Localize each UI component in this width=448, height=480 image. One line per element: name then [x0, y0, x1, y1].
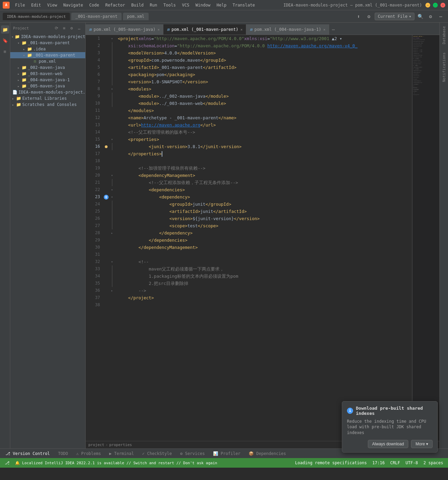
tree-item-label: _001-maven-parent — [28, 40, 70, 45]
options-icon[interactable]: ⚙ — [68, 25, 75, 32]
sidebar-more-icon[interactable]: … — [76, 25, 83, 32]
project-view-icon[interactable]: 📁 — [1, 25, 9, 34]
line-num-32: 32 — [86, 258, 100, 265]
settings-icon[interactable]: ⚙ — [364, 12, 373, 21]
minimize-button[interactable]: − — [425, 3, 430, 8]
checkstyle-tab[interactable]: ✓ CheckStyle — [139, 451, 175, 457]
tree-item-003[interactable]: ▸ 📁 _003-maven-web — [10, 71, 85, 77]
database-tab[interactable]: Database — [440, 23, 448, 48]
editor-tab-001[interactable]: m pom.xml (_001-maven-parent) × — [163, 24, 246, 35]
tree-item-001-inner[interactable]: ▾ 📁 _001-maven-parent — [10, 52, 85, 58]
menu-translate[interactable]: Translate — [230, 2, 258, 8]
menu-help[interactable]: Help — [214, 2, 229, 8]
tree-item-005[interactable]: ▸ 📁 _005-maven-java — [10, 83, 85, 89]
todo-tab[interactable]: TODO — [55, 451, 71, 457]
dependencies-tab[interactable]: 📦 Dependencies — [246, 451, 289, 457]
collapse-icon[interactable]: ≡ — [61, 25, 67, 32]
search-icon[interactable]: 🔍 — [416, 12, 425, 21]
status-encoding[interactable]: UTF-8 — [403, 458, 420, 468]
menu-window[interactable]: Window — [193, 2, 213, 8]
fold-36[interactable]: ▸ — [110, 287, 114, 294]
fold-15[interactable]: ▾ — [110, 136, 114, 143]
services-tab[interactable]: ⚙ Services — [177, 451, 208, 457]
line-num-13: 13 — [86, 121, 100, 129]
tree-item-004[interactable]: ▸ 📁 _004-maven-java-1 — [10, 77, 85, 83]
editor-tab-004[interactable]: m pom.xml (_004-maven-java-1) × — [246, 24, 329, 35]
tab-close-icon[interactable]: × — [240, 27, 243, 32]
fold-23[interactable]: ▾ — [110, 193, 114, 201]
menu-build[interactable]: Build — [128, 2, 146, 8]
breadcrumb-project[interactable]: project — [88, 443, 104, 447]
tree-item-ext-libs[interactable]: ▸ 📁 External Libraries — [10, 95, 85, 101]
always-download-button[interactable]: Always download — [368, 440, 409, 448]
fold-25 — [110, 208, 114, 215]
more-tabs-icon[interactable]: ⋯ — [329, 24, 337, 35]
code-line-5: <artifactId>_001-maven-parent</artifactI… — [118, 64, 409, 71]
more-button[interactable]: More ▾ — [411, 440, 433, 448]
maximize-button[interactable]: □ — [433, 3, 438, 8]
version-control-tab[interactable]: ⎇ Version Control — [3, 451, 53, 457]
menu-edit[interactable]: Edit — [28, 2, 44, 8]
menu-file[interactable]: File — [12, 2, 28, 8]
gutter-3 — [103, 49, 110, 57]
line-num-10: 10 — [86, 100, 100, 107]
tab-label: pom.xml (_005-maven-java) — [94, 27, 155, 32]
fold-11[interactable] — [110, 107, 114, 114]
problems-tab[interactable]: ⚠ Problems — [74, 451, 104, 457]
gutter-10 — [103, 100, 110, 107]
breadcrumb-tab[interactable]: _001-maven-parent — [71, 13, 122, 20]
bookmarks-icon[interactable]: 🔖 — [1, 36, 9, 45]
profiler-tab[interactable]: 📊 Profiler — [210, 451, 243, 457]
tree-item-label: _001-maven-parent — [33, 53, 75, 58]
menu-tools[interactable]: Tools — [161, 2, 178, 8]
code-area[interactable]: <project xmlns="http://maven.apache.org/… — [114, 35, 412, 441]
editor-tab-005[interactable]: m pom.xml (_005-maven-java) × — [86, 24, 163, 35]
project-tab[interactable]: IDEA-maven-modules-project — [3, 13, 70, 20]
code-line-27: <scope>test</scope> — [118, 222, 409, 229]
code-line-33: maven父工程必须遵循一下两点要求， — [118, 265, 409, 273]
notifications-tab[interactable]: Notifications — [440, 49, 448, 85]
git-icon[interactable]: ⬆ — [354, 12, 363, 21]
fold-26 — [110, 215, 114, 222]
breadcrumb-properties[interactable]: properties — [109, 443, 132, 447]
status-line-sep[interactable]: CRLF — [388, 458, 402, 468]
fold-20[interactable]: ▾ — [110, 172, 114, 179]
menu-run[interactable]: Run — [147, 2, 160, 8]
status-vcs-icon[interactable]: ⎇ — [3, 458, 12, 468]
tree-root[interactable]: ▾ 📁 IDEA-maven-modules-project — [10, 34, 85, 40]
gutter-38 — [103, 301, 110, 309]
terminal-tab[interactable]: ▶ Terminal — [107, 451, 137, 457]
code-line-11: </modules> — [118, 107, 409, 114]
more-options-icon[interactable]: ⋯ — [436, 12, 445, 21]
tree-item-002[interactable]: ▸ 📁 _002-maven-java — [10, 64, 85, 71]
menu-navigate[interactable]: Navigate — [61, 2, 86, 8]
fold-28[interactable]: ▸ — [110, 229, 114, 237]
status-indent[interactable]: 2 spaces — [421, 458, 445, 468]
fold-22[interactable]: ▾ — [110, 186, 114, 193]
tree-item-iml[interactable]: 📄 IDEA-maven-modules-project.i — [10, 89, 85, 95]
tab-close-icon[interactable]: × — [323, 27, 326, 32]
close-button[interactable]: × — [440, 3, 445, 8]
menu-vcs[interactable]: VCS — [179, 2, 192, 8]
status-position[interactable]: 17:16 — [370, 458, 387, 468]
fold-1[interactable]: ▾ — [110, 35, 114, 42]
status-notification[interactable]: 🔔 Localized IntelliJ IDEA 2022.2.1 is av… — [13, 458, 219, 468]
menu-view[interactable]: View — [45, 2, 60, 8]
tree-item-001[interactable]: ▾ 📁 _001-maven-parent — [10, 40, 85, 46]
run-config-button[interactable]: Current File ▾ — [375, 13, 414, 20]
tab-close-icon[interactable]: × — [158, 27, 160, 32]
gear-icon[interactable]: ⚙ — [426, 12, 435, 21]
code-line-7: <version>1.0-SNAPSHOT</version> — [118, 78, 409, 85]
fold-8[interactable]: ▾ — [110, 85, 114, 93]
tree-item-pom[interactable]: m pom.xml — [10, 58, 85, 64]
sync-icon[interactable]: ⟳ — [53, 25, 60, 32]
tree-item-scratches[interactable]: ▸ 📁 Scratches and Consoles — [10, 101, 85, 108]
menu-refactor[interactable]: Refactor — [102, 2, 128, 8]
gutter-22 — [103, 186, 110, 193]
tree-item-idea[interactable]: ▸ 📁 .idea — [10, 46, 85, 52]
fold-17[interactable] — [110, 150, 114, 157]
fold-32[interactable]: ▾ — [110, 258, 114, 265]
structure-icon[interactable]: ≡ — [1, 47, 9, 56]
file-tab[interactable]: pom.xml — [123, 13, 149, 20]
menu-code[interactable]: Code — [87, 2, 102, 8]
